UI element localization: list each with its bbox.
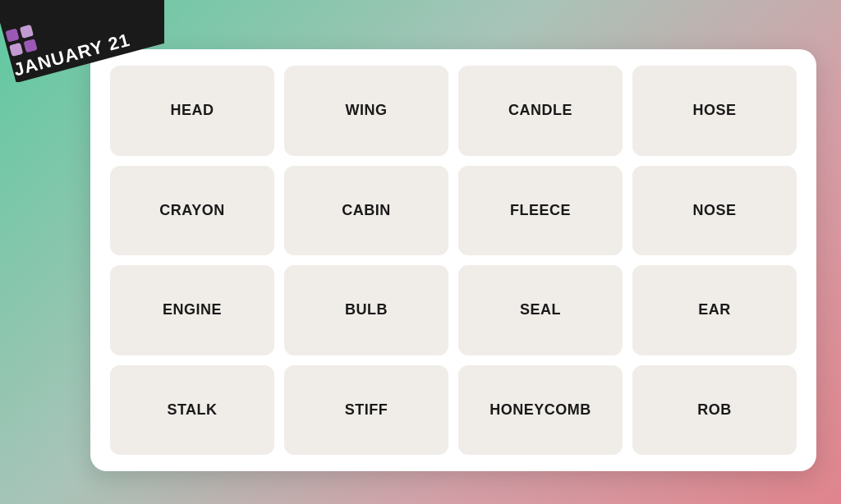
word-tile-hose[interactable]: HOSE — [632, 66, 797, 156]
word-label-stalk: STALK — [167, 401, 217, 419]
word-tile-seal[interactable]: SEAL — [458, 265, 623, 355]
corner-banner: JANUARY 21 — [0, 0, 164, 82]
word-label-fleece: FLEECE — [510, 202, 571, 219]
word-label-rob: ROB — [697, 401, 732, 419]
word-tile-stiff[interactable]: STIFF — [284, 365, 448, 456]
word-label-crayon: CRAYON — [159, 202, 224, 219]
word-label-honeycomb: HONEYCOMB — [489, 401, 591, 419]
word-tile-wing[interactable]: WING — [284, 66, 448, 156]
svg-rect-3 — [24, 39, 38, 53]
word-tile-honeycomb[interactable]: HONEYCOMB — [458, 365, 623, 456]
word-tile-ear[interactable]: EAR — [632, 265, 797, 355]
word-label-cabin: CABIN — [342, 202, 391, 219]
word-label-stiff: STIFF — [345, 401, 388, 419]
word-tile-crayon[interactable]: CRAYON — [110, 166, 274, 256]
word-tile-engine[interactable]: ENGINE — [110, 265, 274, 355]
word-label-ear: EAR — [698, 301, 731, 318]
word-tile-fleece[interactable]: FLEECE — [458, 166, 623, 256]
main-card: HEADWINGCANDLEHOSECRAYONCABINFLEECENOSEE… — [90, 49, 816, 471]
word-label-head: HEAD — [170, 102, 214, 119]
word-label-hose: HOSE — [692, 102, 736, 119]
word-label-bulb: BULB — [345, 301, 388, 318]
word-label-engine: ENGINE — [163, 301, 222, 318]
word-label-wing: WING — [346, 102, 388, 119]
word-tile-candle[interactable]: CANDLE — [458, 66, 623, 156]
word-grid: HEADWINGCANDLEHOSECRAYONCABINFLEECENOSEE… — [110, 66, 797, 455]
word-label-seal: SEAL — [520, 301, 561, 318]
svg-rect-1 — [20, 25, 34, 39]
word-tile-cabin[interactable]: CABIN — [284, 166, 448, 256]
word-tile-nose[interactable]: NOSE — [632, 166, 797, 256]
word-tile-bulb[interactable]: BULB — [284, 265, 448, 355]
word-label-nose: NOSE — [692, 202, 736, 219]
svg-rect-2 — [9, 43, 23, 57]
svg-rect-0 — [5, 28, 19, 42]
word-label-candle: CANDLE — [508, 102, 572, 119]
word-tile-stalk[interactable]: STALK — [110, 365, 274, 456]
word-tile-rob[interactable]: ROB — [632, 365, 797, 456]
